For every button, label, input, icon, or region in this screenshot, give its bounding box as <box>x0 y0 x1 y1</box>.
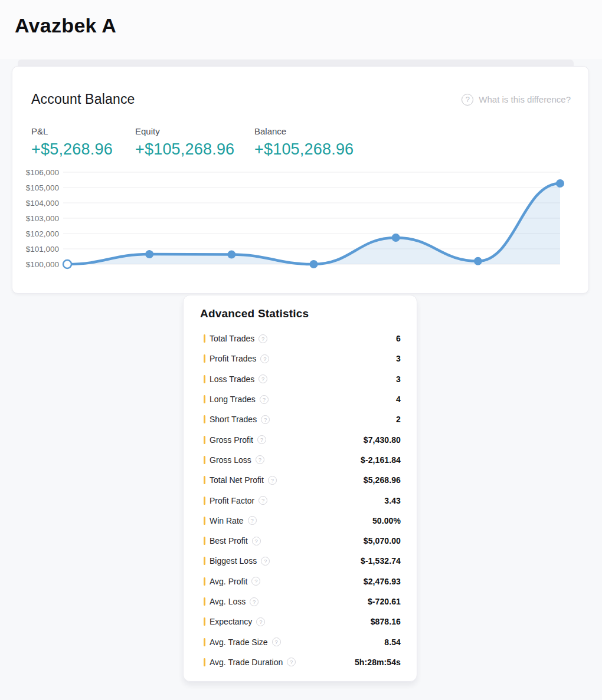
question-circle-icon[interactable]: ? <box>250 597 259 606</box>
difference-help-label: What is this difference? <box>479 94 571 104</box>
stat-row: Avg. Loss ? $-720.61 <box>200 591 401 612</box>
question-circle-icon[interactable]: ? <box>257 435 266 444</box>
stat-value: 4 <box>396 395 401 404</box>
stat-value: $7,430.80 <box>364 435 401 445</box>
question-circle-icon[interactable]: ? <box>259 374 267 383</box>
question-circle-icon[interactable]: ? <box>268 476 277 485</box>
svg-text:$106,000: $106,000 <box>26 168 59 177</box>
stat-label: Total Net Profit ? <box>204 475 277 485</box>
stat-label-text: Biggest Loss <box>210 556 257 566</box>
stat-label: Profit Factor ? <box>204 496 267 505</box>
stat-accent-bar <box>204 638 205 646</box>
stat-accent-bar <box>204 658 205 666</box>
stat-label-text: Profit Trades <box>210 354 256 363</box>
metric-balance-value: +$105,268.96 <box>254 140 354 159</box>
question-circle-icon[interactable]: ? <box>259 334 267 343</box>
stat-row: Total Net Profit ? $5,268.96 <box>200 470 401 490</box>
stat-value: 3 <box>396 354 401 363</box>
question-circle-icon[interactable]: ? <box>260 395 269 404</box>
metric-balance-label: Balance <box>254 126 354 136</box>
question-circle-icon[interactable]: ? <box>256 455 264 464</box>
stat-label-text: Avg. Profit <box>210 577 247 586</box>
stat-label-text: Avg. Trade Size <box>210 637 268 647</box>
stat-row: Profit Factor ? 3.43 <box>200 490 401 510</box>
stat-value: $5,268.96 <box>364 475 401 485</box>
advanced-statistics-rows: Total Trades ? 6 Profit Trades ? 3 Loss … <box>200 328 401 672</box>
svg-text:$102,000: $102,000 <box>26 229 59 238</box>
stat-label: Total Trades ? <box>204 334 267 343</box>
stat-label: Avg. Loss ? <box>204 597 259 606</box>
stat-label-text: Loss Trades <box>210 374 254 384</box>
stat-value: 6 <box>396 334 401 343</box>
stat-accent-bar <box>204 557 205 565</box>
advanced-statistics-title: Advanced Statistics <box>200 307 401 320</box>
stat-value: 5h:28m:54s <box>355 658 401 667</box>
stat-accent-bar <box>204 476 205 484</box>
stat-label: Avg. Profit ? <box>204 577 260 586</box>
stat-value: 2 <box>396 415 401 424</box>
stat-label: Long Trades ? <box>204 395 269 404</box>
question-circle-icon[interactable]: ? <box>261 415 270 424</box>
svg-text:$103,000: $103,000 <box>26 214 59 223</box>
stat-row: Best Profit ? $5,070.00 <box>200 531 401 551</box>
stat-value: 3 <box>396 374 401 384</box>
stat-value: 50.00% <box>372 516 401 525</box>
stat-accent-bar <box>204 597 205 606</box>
metric-pnl-value: +$5,268.96 <box>31 140 135 159</box>
stat-label: Avg. Trade Size ? <box>204 637 281 647</box>
stat-accent-bar <box>204 456 205 464</box>
stat-label-text: Total Trades <box>210 334 254 343</box>
stat-accent-bar <box>204 517 205 525</box>
page: Avazbek A Account Balance ? What is this… <box>0 0 602 700</box>
stat-label: Short Trades ? <box>204 415 270 424</box>
question-circle-icon[interactable]: ? <box>261 557 270 566</box>
stat-label-text: Gross Profit <box>210 435 253 445</box>
balance-metrics: P&L +$5,268.96 Equity +$105,268.96 Balan… <box>31 126 571 159</box>
svg-text:$100,000: $100,000 <box>26 260 59 269</box>
stat-row: Biggest Loss ? $-1,532.74 <box>200 551 401 571</box>
stat-label: Win Rate ? <box>204 516 257 525</box>
stat-accent-bar <box>204 415 205 423</box>
stat-label-text: Expectancy <box>210 617 252 626</box>
stat-row: Avg. Trade Size ? 8.54 <box>200 632 401 652</box>
stat-label: Loss Trades ? <box>204 374 267 384</box>
stat-row: Total Trades ? 6 <box>200 328 401 349</box>
stat-label-text: Long Trades <box>210 395 256 404</box>
metric-balance: Balance +$105,268.96 <box>254 126 354 159</box>
stat-row: Avg. Trade Duration ? 5h:28m:54s <box>200 652 401 672</box>
metric-equity: Equity +$105,268.96 <box>135 126 254 159</box>
stat-accent-bar <box>204 537 205 545</box>
stat-label-text: Avg. Loss <box>210 597 246 606</box>
stat-label-text: Profit Factor <box>210 496 254 505</box>
stat-value: 3.43 <box>384 496 401 505</box>
question-circle-icon[interactable]: ? <box>259 496 267 505</box>
stat-row: Short Trades ? 2 <box>200 409 401 429</box>
question-circle-icon[interactable]: ? <box>287 658 296 666</box>
question-circle-icon[interactable]: ? <box>252 537 261 545</box>
stat-label: Biggest Loss ? <box>204 556 270 566</box>
question-circle-icon[interactable]: ? <box>272 637 281 646</box>
question-circle-icon[interactable]: ? <box>256 617 265 626</box>
stat-accent-bar <box>204 334 205 343</box>
question-circle-icon[interactable]: ? <box>251 577 260 586</box>
account-balance-title: Account Balance <box>31 91 135 107</box>
balance-chart[interactable]: $100,000$101,000$102,000$103,000$104,000… <box>23 167 571 278</box>
stat-accent-bar <box>204 497 205 505</box>
stat-row: Gross Loss ? $-2,161.84 <box>200 450 401 470</box>
metric-equity-label: Equity <box>135 126 254 136</box>
difference-help-link[interactable]: ? What is this difference? <box>462 94 571 106</box>
question-circle-icon[interactable]: ? <box>248 516 257 525</box>
stat-accent-bar <box>204 375 205 383</box>
stat-label-text: Short Trades <box>210 415 257 424</box>
stat-accent-bar <box>204 617 205 626</box>
balance-chart-svg[interactable]: $100,000$101,000$102,000$103,000$104,000… <box>23 167 567 276</box>
stat-value: $-2,161.84 <box>361 455 401 465</box>
stat-label-text: Gross Loss <box>210 455 251 465</box>
stat-label: Best Profit ? <box>204 536 261 545</box>
account-balance-header: Account Balance ? What is this differenc… <box>31 91 571 107</box>
question-circle-icon[interactable]: ? <box>260 354 269 363</box>
stat-row: Profit Trades ? 3 <box>200 349 401 369</box>
stat-row: Loss Trades ? 3 <box>200 369 401 389</box>
stat-label: Expectancy ? <box>204 617 265 626</box>
stat-value: $2,476.93 <box>364 577 401 586</box>
